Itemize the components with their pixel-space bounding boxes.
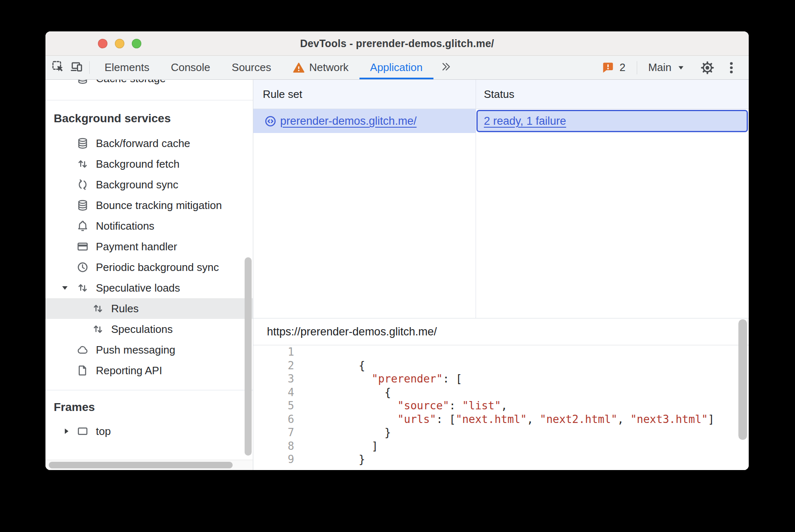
sidebar-item-speculations[interactable]: Speculations	[45, 319, 253, 340]
sidebar-item-background-fetch[interactable]: Background fetch	[45, 154, 253, 174]
sidebar-item-top[interactable]: top	[45, 421, 253, 442]
title-bar: DevTools - prerender-demos.glitch.me/	[45, 31, 749, 56]
rule-set-link[interactable]: prerender-demos.glitch.me/	[280, 115, 417, 128]
issues-counter[interactable]: 2	[601, 61, 625, 74]
json-punctuation-token	[320, 373, 371, 385]
sidebar-item-label: Push messaging	[96, 344, 175, 356]
tab-console[interactable]: Console	[160, 56, 221, 79]
minimize-button[interactable]	[115, 39, 124, 48]
customize-menu-button[interactable]	[724, 60, 739, 75]
issues-bubble-icon	[601, 61, 615, 74]
more-panels-button[interactable]	[433, 56, 458, 79]
json-punctuation-token: :	[449, 399, 462, 412]
rule-set-row[interactable]: prerender-demos.glitch.me/2 ready, 1 fai…	[253, 109, 749, 133]
status-link[interactable]: 2 ready, 1 failure	[484, 115, 566, 128]
up-down-arrows-icon	[76, 282, 89, 294]
sidebar-item-label: Periodic background sync	[96, 261, 219, 274]
code-line: 1	[253, 345, 749, 359]
inspect-element-button[interactable]	[49, 56, 67, 79]
sidebar-item-label: top	[96, 425, 111, 438]
code-line-text: }	[294, 426, 391, 439]
code-line-text	[294, 345, 320, 359]
code-circle-icon	[264, 115, 277, 128]
tab-network[interactable]: Network	[282, 56, 359, 79]
sidebar-item-rules[interactable]: Rules	[45, 298, 253, 319]
json-string-token: "next2.html"	[540, 413, 617, 425]
tab-application[interactable]: Application	[359, 56, 433, 79]
column-header-rule-set: Rule set	[253, 80, 476, 109]
bell-icon	[76, 220, 89, 232]
code-line: 2 {	[253, 359, 749, 373]
traffic-lights	[98, 31, 141, 55]
sidebar-item-background-sync[interactable]: Background sync	[45, 174, 253, 195]
devtools-toolbar: ElementsConsoleSourcesNetworkApplication…	[45, 56, 749, 80]
zoom-button[interactable]	[132, 39, 141, 48]
javascript-context-selector[interactable]: Main	[648, 61, 685, 74]
sidebar-item-periodic-background-sync[interactable]: Periodic background sync	[45, 257, 253, 278]
kebab-menu-icon	[724, 60, 739, 75]
desktop-background: DevTools - prerender-demos.glitch.me/ El…	[0, 0, 795, 532]
json-punctuation-token: ,	[617, 413, 630, 425]
settings-button[interactable]	[700, 60, 715, 75]
json-punctuation-token: ,	[501, 399, 507, 412]
status-cell-selection-box: 2 ready, 1 failure	[476, 110, 748, 132]
issues-count: 2	[619, 61, 625, 74]
code-line-text: {	[294, 386, 391, 399]
expander-expanded-icon[interactable]	[60, 283, 69, 292]
line-number: 3	[253, 372, 294, 386]
json-punctuation-token: {	[320, 359, 365, 372]
sidebar-item-label: Rules	[111, 302, 138, 315]
column-divider[interactable]	[476, 80, 476, 318]
toolbar-separator	[89, 61, 90, 74]
gear-icon	[700, 60, 715, 75]
expander-collapsed-icon[interactable]	[62, 427, 71, 436]
sidebar-item-label: Reporting API	[96, 364, 162, 377]
sidebar-section-items: Back/forward cacheBackground fetchBackgr…	[45, 133, 253, 381]
sidebar-vertical-scrollbar-thumb[interactable]	[245, 257, 252, 456]
toggle-device-toolbar-button[interactable]	[67, 56, 85, 79]
frame-icon	[76, 425, 89, 437]
table-header-row: Rule set Status	[253, 80, 749, 109]
source-vertical-scrollbar-thumb[interactable]	[738, 319, 747, 440]
sidebar-section-items: top	[45, 421, 253, 442]
json-string-token: "source"	[398, 399, 449, 412]
json-string-token: "next3.html"	[630, 413, 708, 425]
json-string-token: "urls"	[398, 413, 436, 425]
sidebar-item-reporting-api[interactable]: Reporting API	[45, 360, 253, 381]
rule-set-source-panel: https://prerender-demos.glitch.me/ 12 {3…	[253, 318, 749, 470]
sidebar-horizontal-scrollbar-thumb[interactable]	[49, 462, 233, 468]
tab-elements[interactable]: Elements	[94, 56, 160, 79]
up-down-arrows-icon	[92, 302, 104, 315]
devtools-window: DevTools - prerender-demos.glitch.me/ El…	[45, 31, 749, 470]
sidebar-tree: Cache storageBackground servicesBack/for…	[45, 80, 253, 460]
line-number: 2	[253, 359, 294, 373]
status-cell[interactable]: 2 ready, 1 failure	[476, 109, 749, 133]
up-down-arrows-icon	[92, 323, 104, 335]
sidebar-item-bounce-tracking-mitigation[interactable]: Bounce tracking mitigation	[45, 195, 253, 216]
tab-label: Elements	[105, 61, 149, 74]
sidebar-item-label: Background fetch	[96, 158, 179, 171]
sidebar-item-payment-handler[interactable]: Payment handler	[45, 236, 253, 257]
chevron-down-icon	[677, 64, 685, 72]
column-header-status: Status	[476, 80, 749, 109]
close-button[interactable]	[98, 39, 107, 48]
sidebar-item-speculative-loads[interactable]: Speculative loads	[45, 278, 253, 298]
sidebar-item-notifications[interactable]: Notifications	[45, 216, 253, 236]
code-line-text: }	[294, 453, 365, 466]
rule-set-cell[interactable]: prerender-demos.glitch.me/	[253, 109, 476, 133]
code-line: 7 }	[253, 426, 749, 439]
sidebar-item-cache-storage[interactable]: Cache storage	[45, 80, 253, 89]
code-line-text: "urls": ["next.html", "next2.html", "nex…	[294, 413, 714, 426]
sidebar-item-back-forward-cache[interactable]: Back/forward cache	[45, 133, 253, 154]
sidebar-horizontal-scrollbar	[45, 460, 253, 470]
code-line-text: ]	[294, 439, 378, 453]
tab-sources[interactable]: Sources	[221, 56, 282, 79]
context-label: Main	[648, 61, 671, 74]
line-number: 7	[253, 426, 294, 439]
sidebar-item-push-messaging[interactable]: Push messaging	[45, 340, 253, 360]
line-number: 6	[253, 413, 294, 426]
toolbar-right: 2 Main	[601, 56, 749, 79]
rule-set-source-code[interactable]: 12 {3 "prerender": [4 {5 "source": "list…	[253, 345, 749, 470]
tab-label: Console	[171, 61, 210, 74]
clock-icon	[76, 261, 89, 273]
